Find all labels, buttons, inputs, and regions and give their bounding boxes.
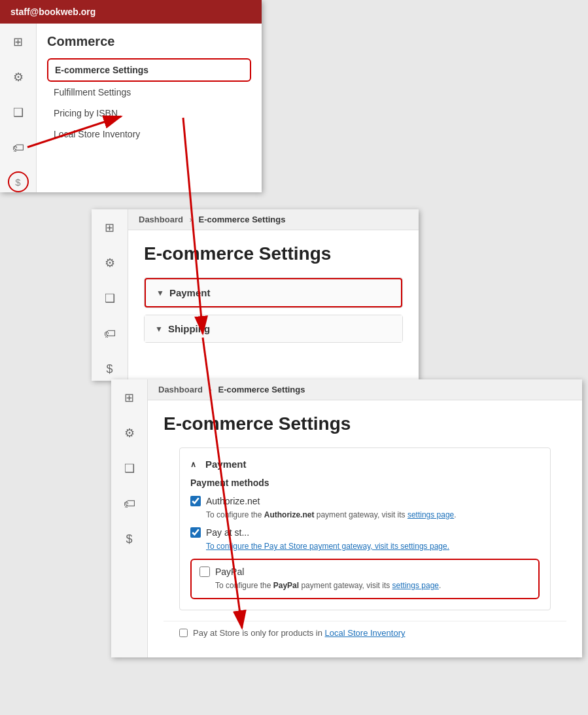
panel2-main: Dashboard › E-commerce Settings E-commer… bbox=[128, 209, 419, 381]
panel3-content: E-commerce Settings ∧ Payment Payment me… bbox=[148, 400, 582, 657]
cog-icon[interactable]: ⚙ bbox=[7, 65, 30, 89]
page-title-p3: E-commerce Settings bbox=[164, 413, 566, 434]
tag-icon[interactable]: 🏷 bbox=[7, 136, 30, 160]
settings-link-paypal[interactable]: settings page bbox=[392, 581, 439, 590]
grid-icon-p3[interactable]: ⊞ bbox=[118, 386, 141, 410]
desc-authorize: To configure the Authorize.net payment g… bbox=[206, 509, 540, 521]
tag-icon-p2[interactable]: 🏷 bbox=[98, 322, 122, 345]
dollar-icon-p3[interactable]: $ bbox=[118, 527, 141, 551]
file-icon-p3[interactable]: ❑ bbox=[118, 457, 141, 480]
bottom-note-row: Pay at Store is only for products in Loc… bbox=[164, 621, 566, 644]
panel3-body: ⊞ ⚙ ❑ 🏷 $ Dashboard › E-commerce Setting… bbox=[111, 379, 582, 657]
menu-item-pricing[interactable]: Pricing by ISBN bbox=[47, 103, 251, 124]
local-store-inventory-link[interactable]: Local Store Inventory bbox=[325, 628, 406, 638]
chevron-up-icon: ∧ bbox=[190, 460, 196, 469]
panel2-content: E-commerce Settings ▼ Payment ▼ Shipping bbox=[128, 230, 419, 362]
accordion-shipping-label: Shipping bbox=[168, 323, 210, 334]
checkbox-payatstore[interactable] bbox=[190, 527, 201, 538]
breadcrumb-parent-p3[interactable]: Dashboard bbox=[158, 385, 203, 394]
file-icon-p2[interactable]: ❑ bbox=[98, 287, 122, 310]
method-payatstore: Pay at st... To configure the Pay at Sto… bbox=[190, 527, 540, 552]
breadcrumb-current-p2: E-commerce Settings bbox=[199, 215, 286, 224]
accordion-header-shipping[interactable]: ▼ Shipping bbox=[145, 315, 402, 342]
cog-icon-p3[interactable]: ⚙ bbox=[118, 421, 141, 445]
paypal-box: PayPal To configure the PayPal payment g… bbox=[190, 559, 540, 599]
desc-payatstore: To configure the Pay at Store payment ga… bbox=[206, 540, 540, 552]
breadcrumb-parent-p2[interactable]: Dashboard bbox=[139, 215, 183, 224]
chevron-down-icon: ▼ bbox=[156, 288, 164, 298]
method-authorize: Authorize.net To configure the Authorize… bbox=[190, 496, 540, 521]
menu-section-title: Commerce bbox=[47, 34, 251, 49]
file-icon[interactable]: ❑ bbox=[7, 101, 30, 124]
accordion-header-payment[interactable]: ▼ Payment bbox=[145, 278, 402, 307]
sidebar-icons-panel2: ⊞ ⚙ ❑ 🏷 $ bbox=[92, 209, 128, 381]
breadcrumb-current-p3: E-commerce Settings bbox=[218, 385, 305, 394]
grid-icon[interactable]: ⊞ bbox=[7, 30, 30, 54]
dollar-icon-p2[interactable]: $ bbox=[98, 357, 122, 381]
settings-link-payatstore[interactable]: settings page bbox=[400, 542, 447, 551]
checkbox-local-store[interactable] bbox=[179, 629, 188, 637]
accordion-shipping-p2[interactable]: ▼ Shipping bbox=[144, 315, 403, 343]
label-payatstore: Pay at st... bbox=[206, 527, 249, 538]
settings-link-authorize[interactable]: settings page bbox=[407, 510, 454, 519]
user-email: staff@bookweb.org bbox=[10, 7, 95, 17]
sidebar-icons-panel1: ⊞ ⚙ ❑ 🏷 $ bbox=[0, 24, 37, 192]
payment-section-p3: ∧ Payment Payment methods Authorize.net … bbox=[179, 447, 551, 610]
user-header: staff@bookweb.org bbox=[0, 0, 262, 24]
accordion-payment-p3-header[interactable]: ∧ Payment bbox=[190, 459, 540, 478]
sidebar-icons-panel3: ⊞ ⚙ ❑ 🏷 $ bbox=[111, 379, 148, 657]
dollar-icon[interactable]: $ bbox=[8, 171, 29, 192]
payment-methods-title: Payment methods bbox=[190, 478, 540, 488]
panel2-body: ⊞ ⚙ ❑ 🏷 $ Dashboard › E-commerce Setting… bbox=[92, 209, 419, 381]
cog-icon-p2[interactable]: ⚙ bbox=[98, 251, 122, 275]
breadcrumb-p2: Dashboard › E-commerce Settings bbox=[128, 209, 419, 230]
menu-content: Commerce E-commerce Settings Fulfillment… bbox=[37, 24, 262, 192]
checkbox-authorize[interactable] bbox=[190, 496, 201, 506]
menu-panel: staff@bookweb.org ⊞ ⚙ ❑ 🏷 $ Commerce E-c… bbox=[0, 0, 262, 192]
accordion-payment-p2[interactable]: ▼ Payment bbox=[144, 277, 403, 308]
accordion-payment-label: Payment bbox=[169, 287, 211, 298]
menu-item-inventory[interactable]: Local Store Inventory bbox=[47, 124, 251, 145]
checkbox-row-payatstore: Pay at st... bbox=[190, 527, 540, 538]
breadcrumb-sep-p2: › bbox=[190, 215, 192, 224]
grid-icon-p2[interactable]: ⊞ bbox=[98, 216, 122, 239]
page-title-p2: E-commerce Settings bbox=[144, 243, 403, 264]
breadcrumb-sep-p3: › bbox=[209, 385, 212, 394]
panel2-ecommerce-collapsed: ⊞ ⚙ ❑ 🏷 $ Dashboard › E-commerce Setting… bbox=[92, 209, 419, 381]
accordion-payment-p3-label: Payment bbox=[205, 459, 247, 470]
desc-paypal: To configure the PayPal payment gateway,… bbox=[215, 580, 530, 591]
tag-icon-p3[interactable]: 🏷 bbox=[118, 492, 141, 515]
panel3-main: Dashboard › E-commerce Settings E-commer… bbox=[148, 379, 582, 657]
label-authorize: Authorize.net bbox=[206, 496, 260, 506]
panel3-ecommerce-expanded: ⊞ ⚙ ❑ 🏷 $ Dashboard › E-commerce Setting… bbox=[111, 379, 582, 657]
menu-item-fulfillment[interactable]: Fulfillment Settings bbox=[47, 82, 251, 103]
bottom-note-text: Pay at Store is only for products in Loc… bbox=[193, 628, 405, 638]
menu-body: ⊞ ⚙ ❑ 🏷 $ Commerce E-commerce Settings F… bbox=[0, 24, 262, 192]
chevron-down-icon-shipping: ▼ bbox=[155, 324, 163, 334]
label-paypal: PayPal bbox=[215, 567, 244, 577]
checkbox-paypal[interactable] bbox=[199, 567, 210, 577]
menu-item-ecommerce[interactable]: E-commerce Settings bbox=[47, 58, 251, 82]
checkbox-row-authorize: Authorize.net bbox=[190, 496, 540, 506]
checkbox-row-paypal: PayPal bbox=[199, 567, 530, 577]
breadcrumb-p3: Dashboard › E-commerce Settings bbox=[148, 379, 582, 400]
